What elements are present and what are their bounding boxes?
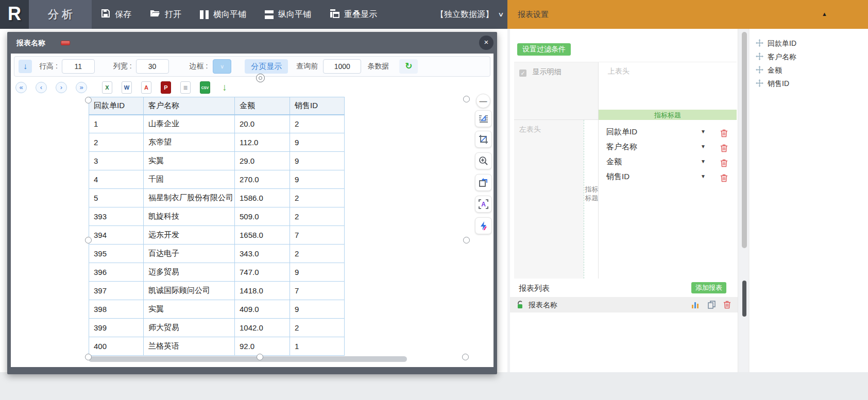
report-list-scrollbar-thumb[interactable] — [742, 281, 746, 317]
next-page-button[interactable]: › — [56, 82, 67, 93]
table-row[interactable]: 394 远东开发 1658.0 7 — [89, 226, 345, 245]
tree-field-item[interactable]: 回款单ID — [756, 37, 868, 50]
tile-horizontal-button[interactable]: 横向平铺 — [200, 9, 246, 20]
pagination-export-row: « ‹ › » X W A P ≣ CSV ↓ — [15, 81, 239, 94]
collapse-tools-button[interactable]: — — [476, 94, 490, 108]
export-text-icon[interactable]: ≣ — [180, 81, 191, 94]
table-row[interactable]: 398 实翼 409.0 9 — [89, 300, 345, 319]
delete-field-icon[interactable] — [720, 172, 728, 187]
first-page-button[interactable]: « — [15, 82, 27, 93]
save-button[interactable]: 保存 — [101, 9, 131, 20]
top-header-dropzone[interactable]: 上表头 — [599, 62, 737, 110]
column-header[interactable]: 客户名称 — [144, 97, 235, 115]
column-header[interactable]: 销售ID — [290, 97, 345, 115]
cell-payment-id: 393 — [89, 207, 144, 226]
datasource-dropdown[interactable]: 【独立数据源】 ∨ — [436, 0, 503, 29]
indicator-field-row[interactable]: 回款单ID ▼ — [599, 124, 737, 139]
table-row[interactable]: 4 千固 270.0 9 — [89, 170, 345, 189]
prev-page-button[interactable]: ‹ — [36, 82, 47, 93]
field-label: 客户名称 — [606, 139, 637, 154]
resize-handle-bottom-center[interactable] — [257, 354, 263, 360]
chart-view-icon[interactable] — [691, 301, 700, 311]
table-row[interactable]: 2 东帝望 112.0 9 — [89, 133, 345, 152]
export-word-icon[interactable]: W — [122, 81, 132, 94]
window-titlebar[interactable]: 报表名称 — [7, 32, 497, 54]
rotate-handle[interactable] — [256, 74, 265, 82]
field-dropdown-caret-icon[interactable]: ▼ — [701, 139, 706, 154]
cell-payment-id: 399 — [89, 319, 144, 337]
table-row[interactable]: 1 山泰企业 20.0 2 — [89, 115, 345, 133]
indicator-field-row[interactable]: 客户名称 ▼ — [599, 139, 737, 154]
add-report-button[interactable]: 添加报表 — [691, 282, 726, 293]
app-logo: R — [0, 0, 29, 29]
close-window-button[interactable]: × — [479, 36, 493, 50]
column-header[interactable]: 金额 — [235, 97, 290, 115]
export-csv-icon[interactable]: CSV — [200, 81, 210, 94]
table-row[interactable]: 400 兰格英语 92.0 1 — [89, 337, 345, 356]
chart-settings-icon[interactable] — [475, 110, 492, 127]
horizontal-scrollbar[interactable] — [89, 356, 407, 362]
delete-report-icon[interactable] — [723, 301, 731, 311]
svg-text:A: A — [481, 201, 486, 208]
resize-handle-bottom-right[interactable] — [462, 354, 469, 360]
row-height-decrease-button[interactable]: ↓ — [19, 60, 32, 73]
tile-horizontal-icon — [200, 10, 209, 19]
cell-sales-id: 2 — [290, 189, 345, 207]
resize-handle-top-left[interactable] — [85, 97, 92, 103]
row-height-input[interactable] — [62, 59, 95, 74]
show-detail-checkbox[interactable]: ✓ — [519, 69, 526, 77]
table-row[interactable]: 3 实翼 29.0 9 — [89, 152, 345, 170]
export-excel-icon[interactable]: X — [102, 81, 112, 94]
indicator-field-row[interactable]: 销售ID ▼ — [599, 169, 737, 184]
field-dropdown-caret-icon[interactable]: ▼ — [701, 154, 706, 169]
indicator-field-row[interactable]: 金额 ▼ — [599, 154, 737, 169]
overlap-display-button[interactable]: 重叠显示 — [330, 9, 377, 20]
settings-scrollbar-thumb[interactable] — [742, 32, 747, 248]
download-icon[interactable]: ↓ — [219, 81, 230, 94]
set-filter-button[interactable]: 设置过滤条件 — [517, 43, 571, 56]
table-row[interactable]: 397 凯诚国际顾问公司 1418.0 7 — [89, 282, 345, 300]
tree-field-item[interactable]: 客户名称 — [756, 50, 868, 64]
zoom-in-icon[interactable] — [475, 152, 492, 169]
last-page-button[interactable]: » — [76, 82, 87, 93]
crop-icon[interactable] — [475, 131, 492, 148]
tab-analysis[interactable]: 分析 — [29, 0, 92, 29]
export-pdf-icon[interactable]: A — [141, 81, 151, 94]
tree-field-item[interactable]: 销售ID — [756, 77, 868, 91]
left-header-dropzone[interactable]: 左表头 — [514, 120, 584, 279]
table-row[interactable]: 5 福星制衣厂股份有限公司 1586.0 2 — [89, 189, 345, 207]
copy-report-icon[interactable] — [708, 301, 716, 311]
resize-handle-top-right[interactable] — [463, 96, 470, 102]
refresh-button[interactable]: ↻ — [399, 59, 418, 74]
field-dropdown-caret-icon[interactable]: ▼ — [701, 169, 706, 184]
cell-customer-name: 山泰企业 — [144, 115, 235, 133]
border-select[interactable]: ∨ — [213, 59, 231, 74]
cell-customer-name: 兰格英语 — [144, 337, 235, 356]
table-row[interactable]: 395 百达电子 343.0 2 — [89, 245, 345, 263]
table-row[interactable]: 393 凯旋科技 509.0 2 — [89, 207, 345, 226]
report-list-item[interactable]: 报表名称 — [510, 297, 738, 312]
font-recognition-icon[interactable]: A — [475, 196, 492, 213]
cell-payment-id: 2 — [89, 133, 144, 152]
resize-handle-mid-right[interactable] — [463, 237, 470, 244]
col-width-input[interactable] — [136, 59, 169, 74]
left-header-placeholder: 左表头 — [519, 125, 541, 133]
table-row[interactable]: 396 迈多贸易 747.0 9 — [89, 263, 345, 282]
ai-chart-icon[interactable] — [475, 217, 492, 234]
resize-handle-bottom-left[interactable] — [85, 354, 92, 360]
open-button[interactable]: 打开 — [150, 9, 181, 20]
cell-amount: 1658.0 — [235, 226, 290, 245]
collapse-panel-icon[interactable]: ▲ — [822, 11, 827, 17]
reset-size-icon[interactable] — [475, 174, 492, 191]
paging-toggle-button[interactable]: 分页显示 — [245, 59, 288, 74]
tree-field-item[interactable]: 金额 — [756, 64, 868, 77]
column-header[interactable]: 回款单ID — [89, 97, 144, 115]
tile-vertical-button[interactable]: 纵向平铺 — [265, 9, 311, 20]
table-row[interactable]: 399 师大贸易 1042.0 2 — [89, 319, 345, 337]
query-count-input[interactable] — [323, 59, 361, 74]
report-settings-header[interactable]: 报表设置 ▲ — [507, 0, 868, 29]
field-dropdown-caret-icon[interactable]: ▼ — [701, 124, 706, 139]
print-icon[interactable]: P — [161, 81, 171, 94]
resize-handle-mid-left[interactable] — [85, 237, 92, 244]
query-suffix-label: 条数据 — [367, 62, 389, 71]
